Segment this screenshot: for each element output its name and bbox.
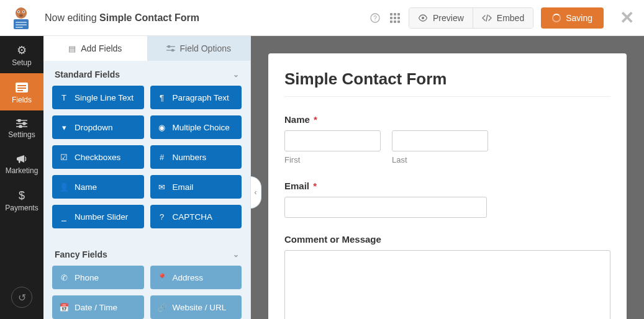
radio-icon: ◉ (158, 123, 166, 132)
field-single-line-text[interactable]: TSingle Line Text (52, 86, 144, 109)
user-icon: 👤 (60, 182, 68, 192)
checkbox-icon: ☑ (60, 153, 68, 162)
field-numbers[interactable]: #Numbers (150, 145, 242, 169)
svg-point-4 (23, 11, 24, 12)
svg-point-25 (168, 45, 170, 47)
field-captcha[interactable]: ?CAPTCHA (150, 205, 242, 228)
field-dropdown[interactable]: ▾Dropdown (52, 115, 144, 139)
form-preview: Simple Contact Form Name * First Last (268, 53, 627, 319)
tab-field-options[interactable]: Field Options (147, 36, 251, 61)
label-text: Email (284, 181, 309, 191)
section-title: Standard Fields (55, 70, 120, 79)
svg-rect-14 (17, 85, 26, 86)
svg-rect-8 (16, 24, 27, 25)
svg-point-22 (19, 125, 22, 128)
help-icon[interactable]: ? (369, 12, 381, 24)
standard-fields-grid: TSingle Line Text ¶Paragraph Text ▾Dropd… (43, 86, 250, 241)
required-mark: * (314, 114, 317, 125)
editing-prefix: Now editing (45, 12, 99, 23)
link-icon: 🔗 (158, 303, 166, 312)
section-title: Fancy Fields (55, 249, 107, 259)
apps-icon[interactable] (389, 12, 401, 24)
gear-icon: ⚙ (17, 45, 27, 56)
sliders-icon (166, 45, 175, 52)
shield-icon: ? (158, 212, 166, 222)
map-pin-icon: 📍 (158, 273, 166, 282)
field-label: Name (75, 182, 97, 192)
paragraph-icon: ¶ (158, 93, 166, 102)
form-title: Simple Contact Form (284, 70, 610, 89)
embed-label: Embed (497, 13, 524, 23)
field-row-name: Name * First Last (284, 114, 610, 164)
editing-label: Now editing Simple Contact Form (45, 12, 199, 24)
hash-icon: # (158, 153, 166, 162)
svg-point-20 (18, 119, 20, 122)
field-label: Numbers (173, 153, 207, 162)
field-label: Multiple Choice (173, 123, 230, 132)
field-address[interactable]: 📍Address (150, 266, 242, 289)
textarea-message[interactable] (284, 250, 610, 319)
field-website-url[interactable]: 🔗Website / URL (150, 295, 242, 319)
eye-icon (418, 14, 428, 22)
field-checkboxes[interactable]: ☑Checkboxes (52, 145, 144, 169)
input-last-name[interactable] (392, 130, 488, 151)
section-standard-fields[interactable]: Standard Fields ⌄ (43, 61, 250, 86)
field-label: Dropdown (75, 123, 113, 132)
calendar-icon: 📅 (60, 303, 68, 312)
field-email[interactable]: ✉Email (150, 175, 242, 199)
close-icon[interactable]: ✕ (620, 9, 634, 27)
phone-icon: ✆ (60, 273, 68, 282)
nav-label: Payments (5, 204, 38, 212)
field-name[interactable]: 👤Name (52, 175, 144, 199)
svg-rect-7 (16, 22, 27, 23)
top-actions: ? Preview Embed Saving ✕ (369, 7, 634, 29)
tab-add-fields[interactable]: ▤ Add Fields (43, 36, 147, 61)
vertical-nav: ⚙ Setup Fields Settings Marketing $ Paym… (0, 36, 43, 319)
form-icon (15, 82, 29, 93)
save-button[interactable]: Saving (541, 7, 604, 29)
wpforms-logo (7, 4, 35, 32)
input-first-name[interactable] (284, 130, 381, 151)
field-phone[interactable]: ✆Phone (52, 266, 144, 289)
svg-point-12 (422, 17, 424, 19)
nav-marketing[interactable]: Marketing (0, 145, 43, 181)
nav-label: Marketing (6, 166, 39, 175)
field-multiple-choice[interactable]: ◉Multiple Choice (150, 115, 242, 139)
field-label: Email (173, 182, 194, 192)
field-label: Checkboxes (75, 153, 120, 162)
svg-rect-9 (16, 27, 23, 28)
preview-button[interactable]: Preview (409, 8, 473, 28)
nav-settings[interactable]: Settings (0, 110, 43, 145)
field-label-name: Name * (284, 114, 610, 125)
field-row-email: Email * (284, 181, 610, 218)
preview-embed-group: Preview Embed (409, 7, 533, 29)
fancy-fields-grid: ✆Phone 📍Address 📅Date / Time 🔗Website / … (43, 266, 250, 319)
svg-point-26 (171, 49, 173, 51)
embed-button[interactable]: Embed (473, 8, 533, 28)
nav-label: Setup (12, 58, 31, 67)
svg-rect-15 (17, 88, 26, 89)
collapse-sidebar-handle[interactable]: ‹ (251, 176, 261, 209)
field-number-slider[interactable]: ⎯Number Slider (52, 205, 144, 228)
svg-point-3 (18, 11, 19, 12)
input-email[interactable] (284, 197, 487, 218)
field-date-time[interactable]: 📅Date / Time (52, 295, 144, 319)
field-paragraph-text[interactable]: ¶Paragraph Text (150, 86, 242, 109)
svg-text:?: ? (373, 14, 377, 21)
top-bar: Now editing Simple Contact Form ? Previe… (0, 0, 644, 36)
label-text: Name (284, 114, 310, 125)
dropdown-icon: ▾ (60, 123, 68, 132)
nav-setup[interactable]: ⚙ Setup (0, 36, 43, 73)
text-icon: T (60, 93, 68, 102)
chevron-down-icon: ⌄ (233, 250, 239, 259)
field-label: Website / URL (173, 303, 227, 312)
field-label: Address (173, 273, 204, 282)
history-icon[interactable]: ↺ (11, 287, 32, 308)
body-area: ⚙ Setup Fields Settings Marketing $ Paym… (0, 36, 644, 319)
field-label: CAPTCHA (173, 212, 213, 222)
svg-point-21 (23, 122, 25, 125)
nav-fields[interactable]: Fields (0, 73, 43, 110)
section-fancy-fields[interactable]: Fancy Fields ⌄ (43, 241, 250, 266)
nav-payments[interactable]: $ Payments (0, 181, 43, 218)
tab-label: Add Fields (81, 43, 122, 53)
